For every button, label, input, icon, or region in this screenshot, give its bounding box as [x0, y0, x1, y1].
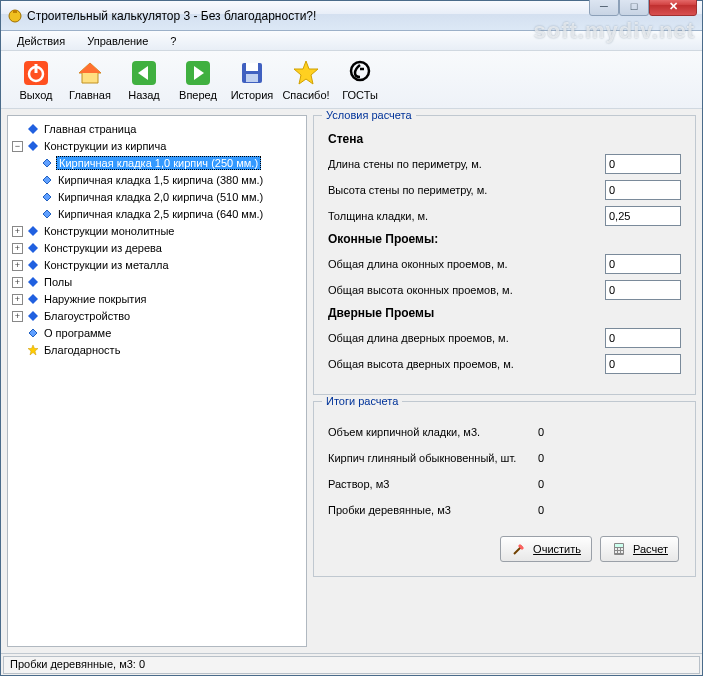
diamond-icon	[26, 293, 39, 306]
wall-height-input[interactable]	[605, 180, 681, 200]
collapse-icon[interactable]: −	[12, 141, 23, 152]
door-height-input[interactable]	[605, 354, 681, 374]
titlebar[interactable]: Строительный калькулятор 3 - Без благода…	[1, 1, 702, 31]
save-icon	[238, 59, 266, 87]
menu-manage[interactable]: Управление	[79, 33, 156, 49]
svg-rect-33	[615, 544, 623, 547]
svg-rect-4	[35, 64, 38, 73]
arrow-left-icon	[130, 59, 158, 87]
door-length-input[interactable]	[605, 328, 681, 348]
diamond-icon	[26, 259, 39, 272]
expand-icon[interactable]: +	[12, 277, 23, 288]
expand-icon[interactable]: +	[12, 226, 23, 237]
history-button[interactable]: История	[227, 55, 277, 105]
exit-button[interactable]: Выход	[11, 55, 61, 105]
status-text: Пробки деревянные, м3: 0	[3, 656, 700, 674]
result-mortar-label: Раствор, м3	[328, 478, 538, 490]
svg-marker-16	[28, 124, 38, 134]
svg-marker-25	[28, 277, 38, 287]
svg-marker-24	[28, 260, 38, 270]
app-window: Строительный калькулятор 3 - Без благода…	[0, 0, 703, 676]
result-volume-value: 0	[538, 426, 544, 438]
menu-actions[interactable]: Действия	[9, 33, 73, 49]
svg-rect-13	[246, 74, 258, 82]
tree-item-brick-4[interactable]: Кирпичная кладка 2,5 кирпича (640 мм.)	[12, 206, 302, 222]
svg-marker-28	[29, 329, 37, 337]
win-height-input[interactable]	[605, 280, 681, 300]
close-button[interactable]: ✕	[649, 0, 697, 16]
expand-icon[interactable]: +	[12, 294, 23, 305]
svg-marker-14	[294, 61, 318, 84]
svg-rect-36	[621, 548, 623, 550]
home-button[interactable]: Главная	[65, 55, 115, 105]
diamond-icon	[26, 140, 39, 153]
result-mortar-value: 0	[538, 478, 544, 490]
diamond-small-icon	[40, 191, 53, 204]
maximize-button[interactable]: □	[619, 0, 649, 16]
svg-marker-22	[28, 226, 38, 236]
svg-marker-18	[43, 159, 51, 167]
tree-item-wood[interactable]: + Конструкции из дерева	[12, 240, 302, 256]
tree-item-monolithic[interactable]: + Конструкции монолитные	[12, 223, 302, 239]
wall-thickness-input[interactable]	[605, 206, 681, 226]
diamond-icon	[26, 310, 39, 323]
wall-length-input[interactable]	[605, 154, 681, 174]
calc-button[interactable]: Расчет	[600, 536, 679, 562]
tree-item-exterior[interactable]: + Наружние покрытия	[12, 291, 302, 307]
app-icon	[7, 8, 23, 24]
thanks-button[interactable]: Спасибо!	[281, 55, 331, 105]
diamond-icon	[26, 242, 39, 255]
tree-item-metal[interactable]: + Конструкции из металла	[12, 257, 302, 273]
menubar: Действия Управление ?	[1, 31, 702, 51]
tree-item-brick-2[interactable]: Кирпичная кладка 1,5 кирпича (380 мм.)	[12, 172, 302, 188]
back-button[interactable]: Назад	[119, 55, 169, 105]
svg-rect-39	[621, 551, 623, 553]
tree-item-floors[interactable]: + Полы	[12, 274, 302, 290]
tree-item-gratitude[interactable]: Благодарность	[12, 342, 302, 358]
wall-heading: Стена	[328, 132, 681, 146]
statusbar: Пробки деревянные, м3: 0	[1, 653, 702, 675]
gosts-button[interactable]: ГОСТы	[335, 55, 385, 105]
windows-heading: Оконные Проемы:	[328, 232, 681, 246]
result-plugs-label: Пробки деревянные, м3	[328, 504, 538, 516]
tree-item-landscaping[interactable]: + Благоустройство	[12, 308, 302, 324]
conditions-fieldset: Условия расчета Стена Длина стены по пер…	[313, 115, 696, 395]
svg-rect-38	[618, 551, 620, 553]
diamond-small-icon	[40, 174, 53, 187]
win-length-label: Общая длина оконных проемов, м.	[328, 258, 605, 270]
tree-item-main[interactable]: Главная страница	[12, 121, 302, 137]
svg-marker-17	[28, 141, 38, 151]
conditions-legend: Условия расчета	[322, 109, 416, 121]
tree-panel[interactable]: Главная страница − Конструкции из кирпич…	[7, 115, 307, 647]
wall-height-label: Высота стены по периметру, м.	[328, 184, 605, 196]
expand-icon[interactable]: +	[12, 260, 23, 271]
tree-item-brick[interactable]: − Конструкции из кирпича	[12, 138, 302, 154]
wall-thickness-label: Толщина кладки, м.	[328, 210, 605, 222]
tree-item-brick-1[interactable]: Кирпичная кладка 1,0 кирпич (250 мм.)	[12, 155, 302, 171]
menu-help[interactable]: ?	[162, 33, 184, 49]
minimize-button[interactable]: ─	[589, 0, 619, 16]
brush-icon	[511, 541, 527, 557]
star-icon	[292, 59, 320, 87]
tree-item-brick-3[interactable]: Кирпичная кладка 2,0 кирпича (510 мм.)	[12, 189, 302, 205]
result-plugs-value: 0	[538, 504, 544, 516]
tree-item-about[interactable]: О программе	[12, 325, 302, 341]
svg-marker-6	[79, 63, 101, 73]
win-height-label: Общая высота оконных проемов, м.	[328, 284, 605, 296]
clear-button[interactable]: Очистить	[500, 536, 592, 562]
svg-marker-29	[28, 345, 38, 355]
diamond-small-icon	[40, 208, 53, 221]
svg-marker-19	[43, 176, 51, 184]
expand-icon[interactable]: +	[12, 311, 23, 322]
wall-length-label: Длина стены по периметру, м.	[328, 158, 605, 170]
star-icon	[26, 344, 39, 357]
window-controls: ─ □ ✕	[589, 0, 697, 16]
toolbar: Выход Главная Назад Вперед История Спаси…	[1, 51, 702, 109]
action-bar: Очистить Расчет	[328, 530, 681, 562]
expand-icon[interactable]: +	[12, 243, 23, 254]
door-height-label: Общая высота дверных проемов, м.	[328, 358, 605, 370]
win-length-input[interactable]	[605, 254, 681, 274]
svg-rect-37	[615, 551, 617, 553]
forward-button[interactable]: Вперед	[173, 55, 223, 105]
right-panel: Условия расчета Стена Длина стены по пер…	[313, 115, 696, 647]
